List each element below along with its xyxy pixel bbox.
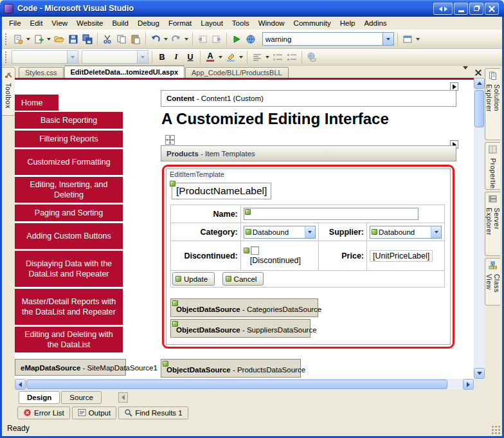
menu-edit[interactable]: Edit: [26, 17, 48, 29]
vertical-scroll-thumb[interactable]: [474, 90, 484, 127]
menu-debug[interactable]: Debug: [133, 17, 164, 29]
unit-price-label-control[interactable]: [UnitPriceLabel]: [370, 250, 433, 262]
sitemap-datasource-control[interactable]: eMapDataSource - SiteMapDataSource1: [15, 359, 126, 376]
vertical-scrollbar[interactable]: [474, 78, 485, 379]
horizontal-scroll-thumb[interactable]: [26, 379, 447, 389]
dropdown-arrow-icon[interactable]: [431, 226, 441, 238]
undo-icon[interactable]: [149, 33, 162, 46]
new-project-icon[interactable]: [12, 33, 24, 46]
other-windows-dropdown-icon[interactable]: [416, 38, 420, 41]
nav-editing-deleting-datalist[interactable]: Editing and Deleting with the DataList: [15, 327, 123, 352]
search-dropdown-arrow-icon[interactable]: [382, 33, 393, 45]
menu-format[interactable]: Format: [164, 17, 196, 29]
font-name-combobox[interactable]: [82, 50, 148, 64]
tab-toolbox[interactable]: Toolbox: [2, 67, 15, 116]
add-item-icon[interactable]: [32, 33, 45, 46]
nav-customized-formatting[interactable]: Customized Formatting: [15, 149, 123, 175]
category-dropdown[interactable]: Databound: [244, 226, 316, 239]
paste-icon[interactable]: [129, 33, 142, 46]
tab-error-list[interactable]: Error List: [17, 406, 70, 419]
tab-class-view[interactable]: Class View: [485, 258, 500, 306]
nav-master-detail[interactable]: Master/Detail Reports with the DataList …: [15, 289, 123, 325]
open-file-icon[interactable]: [53, 33, 66, 46]
dock-arrows-button[interactable]: [433, 3, 453, 15]
tab-server-explorer[interactable]: Server Explorer: [485, 192, 500, 256]
categories-datasource-control[interactable]: ObjectDataSource - CategoriesDataSource: [170, 298, 318, 317]
alignment-icon[interactable]: [251, 51, 264, 64]
menu-build[interactable]: Build: [107, 17, 133, 29]
highlight-icon[interactable]: [224, 51, 237, 64]
toolbar-grip[interactable]: [4, 51, 8, 64]
tab-find-results[interactable]: Find Results 1: [118, 406, 188, 419]
nav-basic-reporting[interactable]: Basic Reporting: [15, 112, 123, 129]
target-rule-input[interactable]: [12, 53, 67, 61]
products-datasource-control[interactable]: ObjectDataSource - ProductsDataSource: [161, 359, 301, 378]
tab-properties[interactable]: Properties: [485, 142, 500, 190]
menu-tools[interactable]: Tools: [228, 17, 254, 29]
alignment-dropdown-icon[interactable]: [266, 56, 269, 59]
minimize-button[interactable]: [454, 3, 468, 15]
other-windows-icon[interactable]: [401, 33, 414, 46]
save-all-icon[interactable]: [81, 33, 94, 46]
product-name-label-control[interactable]: [ProductNameLabel]: [172, 183, 271, 199]
numbered-list-icon[interactable]: [271, 51, 284, 64]
underline-button[interactable]: U: [184, 51, 197, 64]
target-rule-combobox[interactable]: [12, 50, 78, 64]
menu-addins[interactable]: Addins: [359, 17, 391, 29]
font-color-dropdown-icon[interactable]: [219, 56, 222, 59]
nav-filtering-reports[interactable]: Filtering Reports: [15, 131, 123, 147]
menu-community[interactable]: Community: [289, 17, 336, 29]
scroll-right-icon[interactable]: [463, 379, 474, 390]
nav-adding-custom-buttons[interactable]: Adding Custom Buttons: [15, 223, 123, 249]
navigate-forward-icon[interactable]: [210, 33, 223, 46]
tab-design-view[interactable]: Design: [19, 391, 60, 404]
horizontal-scrollbar[interactable]: [15, 379, 474, 390]
add-item-dropdown-icon[interactable]: [47, 38, 51, 41]
scroll-up-icon[interactable]: [474, 78, 485, 89]
discontinued-checkbox[interactable]: [251, 246, 259, 255]
move-handle-icon[interactable]: [165, 135, 175, 146]
edit-item-template-region[interactable]: EditItemTemplate [ProductNameLabel] Name…: [162, 165, 455, 349]
highlight-dropdown-icon[interactable]: [239, 56, 243, 59]
font-name-input[interactable]: [82, 53, 137, 61]
dropdown-arrow-icon[interactable]: [305, 226, 315, 238]
nav-home[interactable]: Home: [15, 95, 59, 111]
italic-button[interactable]: I: [170, 51, 183, 64]
cancel-button[interactable]: Cancel: [222, 272, 264, 286]
hyperlink-icon[interactable]: [305, 51, 318, 64]
redo-dropdown-icon[interactable]: [184, 38, 188, 41]
copy-icon[interactable]: [115, 33, 128, 46]
tab-editdeletedata-aspx[interactable]: EditDeleteData...tomizedUI.aspx: [64, 66, 185, 78]
new-project-dropdown-icon[interactable]: [26, 38, 30, 41]
menu-file[interactable]: File: [4, 17, 26, 29]
nav-displaying-data[interactable]: Displaying Data with the DataList and Re…: [15, 251, 123, 287]
name-textbox[interactable]: [244, 208, 419, 220]
target-rule-arrow-icon[interactable]: [67, 51, 78, 63]
restore-button[interactable]: [469, 3, 483, 15]
font-color-icon[interactable]: A: [204, 51, 217, 64]
save-icon[interactable]: [67, 33, 80, 46]
products-control-header[interactable]: Products - Item Templates: [161, 145, 456, 161]
toolbar-grip[interactable]: [4, 33, 8, 46]
nav-paging-sorting[interactable]: Paging and Sorting: [15, 205, 123, 221]
supplier-dropdown[interactable]: Databound: [370, 226, 442, 239]
bullet-list-icon[interactable]: [285, 51, 298, 64]
tab-productsbll[interactable]: App_Code/BLL/ProductsBLL: [185, 67, 289, 78]
scroll-left-icon[interactable]: [15, 379, 26, 390]
cut-icon[interactable]: [101, 33, 114, 46]
suppliers-datasource-control[interactable]: ObjectDataSource - SuppliersDataSource: [170, 319, 310, 338]
tab-solution-explorer[interactable]: Solution Explorer: [485, 68, 500, 140]
view-tab-scroll-left-icon[interactable]: [118, 392, 128, 403]
menu-website[interactable]: Website: [72, 17, 107, 29]
menu-help[interactable]: Help: [336, 17, 360, 29]
menu-window[interactable]: Window: [254, 17, 289, 29]
tab-styles-css[interactable]: Styles.css: [19, 67, 64, 78]
menu-view[interactable]: View: [47, 17, 72, 29]
bold-button[interactable]: B: [156, 51, 168, 64]
browse-with-icon[interactable]: [244, 33, 257, 46]
close-button[interactable]: [485, 3, 499, 15]
toolbar-search-input[interactable]: [263, 35, 382, 43]
resize-grip[interactable]: [492, 426, 501, 435]
tab-output[interactable]: Output: [72, 406, 117, 419]
menu-layout[interactable]: Layout: [196, 17, 228, 29]
